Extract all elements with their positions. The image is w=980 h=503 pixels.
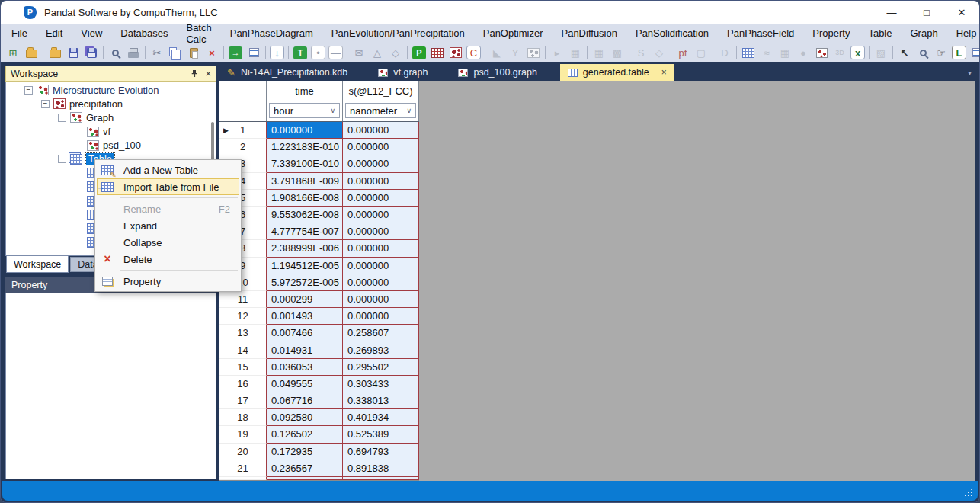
row-header-21[interactable]: 21 [219, 460, 267, 477]
cell-s-11[interactable]: 0.000000 [343, 291, 419, 308]
open-workspace-button[interactable] [23, 45, 40, 60]
tree-node-precipitation[interactable]: −precipitation [6, 97, 216, 111]
cell-s-12[interactable]: 0.000000 [343, 308, 419, 325]
row-header-16[interactable]: 16 [219, 376, 267, 392]
cell-s-2[interactable]: 0.000000 [343, 139, 419, 155]
tree-expander-icon[interactable]: − [41, 100, 50, 108]
cell-s-20[interactable]: 0.694793 [343, 444, 419, 460]
context-import-table-from-file[interactable]: Import Table from File [97, 178, 239, 195]
tree-node-vf[interactable]: vf [6, 125, 216, 139]
tree-node-microstructure-evolution[interactable]: −Microstructure Evolution [6, 83, 216, 97]
menu-databases[interactable]: Databases [111, 24, 177, 43]
menu-edit[interactable]: Edit [37, 24, 72, 43]
tree-expander-icon[interactable]: − [58, 155, 66, 163]
panel-tab-workspace[interactable]: Workspace [6, 256, 69, 273]
row-header-11[interactable]: 11 [219, 291, 267, 308]
cell-s-5[interactable]: 0.000000 [343, 190, 419, 207]
cell-s-15[interactable]: 0.295502 [343, 359, 419, 376]
menu-pansolidification[interactable]: PanSolidification [626, 24, 718, 43]
pan-hand-button[interactable]: ☞ [933, 45, 950, 60]
cell-s-17[interactable]: 0.338013 [343, 392, 419, 409]
paste-button[interactable] [185, 45, 202, 60]
row-header-1[interactable]: ▶1 [219, 122, 267, 139]
cell-time-14[interactable]: 0.014931 [267, 341, 343, 358]
cell-time-4[interactable]: 3.791868E-009 [267, 173, 343, 190]
cell-s-9[interactable]: 0.000000 [343, 258, 419, 274]
cell-time-18[interactable]: 0.092580 [267, 409, 343, 426]
new-workspace-button[interactable]: ⊞ [5, 45, 21, 60]
table-corner-cell[interactable] [219, 81, 267, 101]
cell-time-11[interactable]: 0.000299 [267, 291, 343, 308]
context-delete[interactable]: ×Delete [97, 251, 239, 268]
document-tab-vf-graph[interactable]: vf.graph [370, 64, 435, 81]
export-excel-button[interactable]: x [850, 46, 865, 59]
line-calc-button[interactable]: — [328, 46, 343, 59]
menu-help[interactable]: Help [947, 24, 980, 43]
menu-view[interactable]: View [72, 24, 111, 43]
column-header-s-l12-fcc[interactable]: s(@L12_FCC) [343, 81, 419, 101]
cell-s-1[interactable]: 0.000000 [343, 122, 419, 139]
panel-close-icon[interactable]: × [205, 69, 211, 78]
cube-view-button[interactable] [813, 45, 830, 60]
unit-combo-nanometer[interactable]: nanometer∨ [345, 103, 416, 118]
cell-s-18[interactable]: 0.401934 [343, 409, 419, 426]
unit-combo-hour[interactable]: hour∨ [269, 103, 340, 118]
tree-node-graph[interactable]: −Graph [6, 111, 216, 124]
menu-panoptimizer[interactable]: PanOptimizer [474, 24, 552, 43]
row-header-14[interactable]: 14 [219, 341, 267, 358]
document-tab-generated-table[interactable]: generated.table× [560, 64, 674, 81]
print-button[interactable] [125, 45, 142, 60]
menu-panphasefield[interactable]: PanPhaseField [718, 24, 803, 43]
row-header-18[interactable]: 18 [219, 409, 267, 426]
add-table-button[interactable] [740, 45, 757, 60]
context-expand[interactable]: Expand [97, 217, 239, 234]
minimize-button[interactable]: — [874, 1, 909, 24]
batch-options-button[interactable] [245, 45, 262, 60]
row-header-13[interactable]: 13 [219, 325, 267, 341]
cut-button[interactable]: ✂ [149, 45, 165, 60]
cell-s-19[interactable]: 0.525389 [343, 426, 419, 443]
row-header-12[interactable]: 12 [219, 308, 267, 325]
run-batch-button[interactable]: → [229, 46, 242, 59]
pandat-database-button[interactable]: P [412, 46, 426, 59]
label-legend-button[interactable]: L [952, 46, 966, 59]
copy-button[interactable] [167, 45, 184, 60]
cell-time-10[interactable]: 5.972572E-005 [267, 274, 343, 291]
tree-expander-icon[interactable]: − [58, 114, 66, 122]
cell-time-2[interactable]: 1.223183E-010 [267, 139, 343, 155]
cell-time-20[interactable]: 0.172935 [267, 444, 343, 460]
open-file-button[interactable] [46, 45, 63, 60]
cell-time-16[interactable]: 0.049555 [267, 376, 343, 392]
row-header-20[interactable]: 20 [219, 444, 267, 460]
row-header-2[interactable]: 2 [219, 139, 267, 155]
cell-time-17[interactable]: 0.067716 [267, 392, 343, 409]
cell-s-7[interactable]: 0.000000 [343, 223, 419, 240]
cell-s-10[interactable]: 0.000000 [343, 274, 419, 291]
cell-time-12[interactable]: 0.001493 [267, 308, 343, 325]
row-header-17[interactable]: 17 [219, 392, 267, 409]
ttt-curve-button[interactable]: C [466, 46, 481, 59]
import-data-button[interactable]: ↓ [270, 46, 284, 59]
row-header-15[interactable]: 15 [219, 359, 267, 376]
delete-button[interactable]: × [203, 45, 220, 60]
cell-time-5[interactable]: 1.908166E-008 [267, 190, 343, 207]
tab-close-icon[interactable]: × [661, 67, 667, 78]
save-button[interactable] [65, 45, 82, 60]
maximize-button[interactable]: □ [909, 1, 944, 24]
cell-time-15[interactable]: 0.036053 [267, 359, 343, 376]
menu-panevolution-panprecipitation[interactable]: PanEvolution/PanPrecipitation [322, 24, 474, 43]
cell-s-6[interactable]: 0.000000 [343, 207, 419, 223]
menu-table[interactable]: Table [859, 24, 901, 43]
context-collapse[interactable]: Collapse [97, 234, 239, 251]
cell-time-19[interactable]: 0.126502 [267, 426, 343, 443]
menu-pandiffusion[interactable]: PanDiffusion [552, 24, 626, 43]
menu-batch-calc[interactable]: Batch Calc [177, 24, 220, 43]
tab-overflow-chevron-down-icon[interactable]: ▾ [968, 69, 972, 77]
cell-time-7[interactable]: 4.777754E-007 [267, 223, 343, 240]
precipitation-simulation-button[interactable] [447, 45, 464, 60]
legend-list-button[interactable] [969, 45, 980, 60]
cell-s-13[interactable]: 0.258607 [343, 325, 419, 341]
cell-s-21[interactable]: 0.891838 [343, 460, 419, 477]
pointer-button[interactable]: ↖ [896, 45, 913, 60]
column-header-time[interactable]: time [267, 81, 343, 101]
